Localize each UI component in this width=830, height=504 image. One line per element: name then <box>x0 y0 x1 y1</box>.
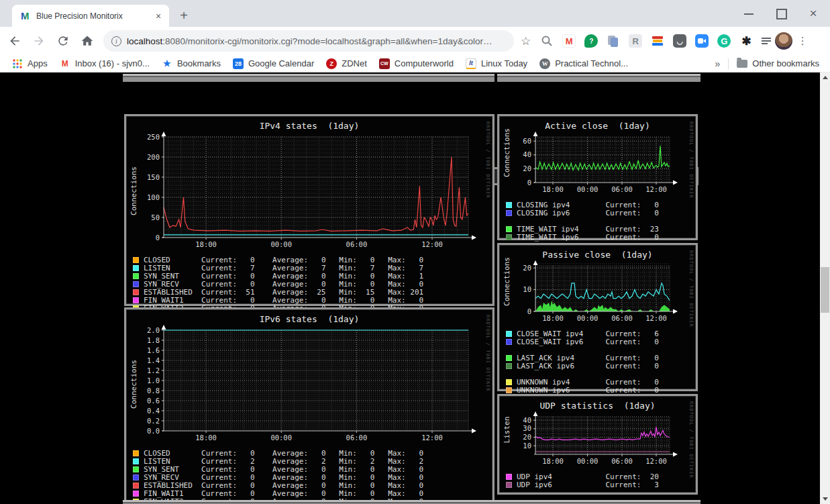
previous-section-panel-edge <box>497 74 701 82</box>
star-icon: ★ <box>162 58 172 69</box>
legend-row: CLOSE_WAIT ipv4 Current: 6 <box>506 330 696 338</box>
y-axis-label: Connections <box>503 232 511 332</box>
legend-row: SYN_RECV Current: 0 Average: 0 Min: 0 Ma… <box>133 473 492 481</box>
zoom-ext-icon[interactable] <box>695 34 709 48</box>
scrollbar-thumb[interactable] <box>821 267 829 313</box>
legend-swatch <box>133 474 139 481</box>
passive-close-legend: CLOSE_WAIT ipv4 Current: 6 CLOSE_WAIT ip… <box>506 330 696 394</box>
browser-menu-icon[interactable]: ⋮ <box>796 35 809 47</box>
profile-avatar[interactable] <box>775 32 792 50</box>
grammarly-ext-icon[interactable]: G <box>717 34 731 48</box>
ipv4-states-chart: 05010015020025018:0000:0006:0012:00 <box>134 132 492 252</box>
svg-text:18:00: 18:00 <box>195 240 217 248</box>
svg-text:06:00: 06:00 <box>611 457 633 465</box>
tab-title: Blue Precision Monitorix <box>36 11 153 21</box>
legend-row: CLOSED Current: 0 Average: 0 Min: 0 Max:… <box>133 449 492 457</box>
chart-title: IPv6 states (1day) <box>126 314 492 324</box>
url-bar[interactable]: i localhost:8080/monitorix-cgi/monitorix… <box>103 30 514 52</box>
voice-ext-icon[interactable]: ? <box>584 34 598 48</box>
pocket-ext-icon[interactable]: ◡ <box>673 34 686 48</box>
r-ext-icon[interactable]: R <box>629 34 642 48</box>
svg-text:1.8: 1.8 <box>147 336 160 344</box>
books-stack-ext-icon[interactable] <box>651 34 664 48</box>
svg-text:0.4: 0.4 <box>147 407 160 415</box>
page-info-icon[interactable]: i <box>111 36 121 46</box>
legend-row: SYN_SENT Current: 0 Average: 0 Min: 0 Ma… <box>133 465 492 473</box>
scroll-down-arrow[interactable] <box>820 494 830 504</box>
legend-row: UNKNOWN ipv6 Current: 0 <box>506 386 696 394</box>
page-viewport: Netstat statistics RRDTOOL / TOBI OETIKE… <box>0 72 820 504</box>
search-ext-icon[interactable] <box>540 34 554 48</box>
svg-text:20: 20 <box>523 264 531 272</box>
legend-swatch <box>133 458 139 464</box>
svg-text:250: 250 <box>147 133 160 141</box>
close-tab-icon[interactable]: × <box>153 11 164 21</box>
svg-text:M: M <box>21 11 30 21</box>
bookmark-google-calendar[interactable]: 28 Google Calendar <box>233 58 314 69</box>
page-scrollbar[interactable] <box>820 72 830 504</box>
chart-title: Passive close (1day) <box>499 250 696 260</box>
apps-grid-icon <box>12 58 23 69</box>
bookmark-label: Computerworld <box>395 58 454 68</box>
svg-text:00:00: 00:00 <box>577 457 599 465</box>
svg-text:06:00: 06:00 <box>346 434 368 442</box>
url-host: localhost <box>127 36 162 46</box>
passive-close-panel: RRDTOOL / TOBI OETIKER Connections Passi… <box>497 243 698 391</box>
bookmark-label: Practical Technol... <box>555 58 628 68</box>
legend-swatch <box>133 281 139 287</box>
legend-row: FIN_WAIT1 Current: 0 Average: 0 Min: 0 M… <box>133 296 492 304</box>
bookmark-inbox[interactable]: M Inbox (16) - sjvn0... <box>60 58 150 69</box>
bookmark-computerworld[interactable]: CW Computerworld <box>379 58 454 69</box>
udp-statistics-panel: RRDTOOL / TOBI OETIKER Listen UDP statis… <box>497 394 698 495</box>
legend-row: SYN_SENT Current: 0 Average: 0 Min: 0 Ma… <box>133 272 492 280</box>
svg-text:40: 40 <box>523 416 531 424</box>
svg-text:0.8: 0.8 <box>147 387 160 395</box>
bookmarks-bar: Apps M Inbox (16) - sjvn0... ★ Bookmarks… <box>0 55 830 72</box>
bookmark-bookmarks[interactable]: ★ Bookmarks <box>162 58 221 69</box>
y-axis-label: Connections <box>129 334 138 435</box>
legend-swatch <box>133 273 139 279</box>
svg-text:30: 30 <box>523 424 531 432</box>
url-path: :8080/monitorix-cgi/monitorix.cgi?mode=l… <box>162 36 492 46</box>
svg-text:12:00: 12:00 <box>645 314 667 322</box>
svg-text:10: 10 <box>523 442 531 450</box>
gmail-icon: M <box>60 58 70 69</box>
monitorix-favicon-icon: M <box>20 11 31 21</box>
other-bookmarks-folder[interactable]: Other bookmarks <box>737 58 819 68</box>
legend-row: TIME_WAIT ipv4 Current: 23 <box>506 225 696 233</box>
home-button[interactable] <box>78 32 97 50</box>
svg-text:0.6: 0.6 <box>147 397 160 405</box>
window-minimize-button[interactable] <box>741 6 756 21</box>
browser-tab[interactable]: M Blue Precision Monitorix × <box>12 5 169 27</box>
reload-button[interactable] <box>54 32 72 50</box>
window-close-button[interactable]: × <box>806 6 821 21</box>
copy-pages-ext-icon[interactable] <box>607 34 620 48</box>
apps-shortcut[interactable]: Apps <box>12 58 48 69</box>
new-tab-button[interactable]: + <box>176 8 192 24</box>
window-maximize-button[interactable] <box>774 6 788 21</box>
bookmark-label: Bookmarks <box>177 58 221 68</box>
scroll-up-arrow[interactable] <box>820 72 830 83</box>
ipv6-states-chart: 0.00.20.40.60.81.01.21.41.61.82.018:0000… <box>134 325 492 445</box>
forward-button[interactable] <box>30 32 48 50</box>
back-button[interactable] <box>5 32 24 50</box>
bookmark-practical-technology[interactable]: W Practical Technol... <box>539 58 628 69</box>
bookmark-star-icon[interactable]: ☆ <box>521 34 531 48</box>
paw-ext-icon[interactable]: ✱ <box>739 34 753 48</box>
legend-row: ESTABLISHED Current: 0 Average: 0 Min: 0… <box>133 481 492 489</box>
svg-text:60: 60 <box>523 137 531 145</box>
legend-label: UNKNOWN ipv6 <box>517 386 605 395</box>
y-axis-label: Connections <box>129 141 138 242</box>
bookmark-zdnet[interactable]: Z ZDNet <box>326 58 367 69</box>
svg-text:00:00: 00:00 <box>577 314 599 322</box>
bookmark-linux-today[interactable]: lt Linux Today <box>466 58 527 69</box>
bookmarks-overflow-chevron[interactable]: » <box>715 58 721 69</box>
rrdtool-watermark: RRDTOOL / TOBI OETIKER <box>485 315 490 392</box>
legend-row: CLOSING ipv6 Current: 0 <box>506 209 696 217</box>
legend-row: ESTABLISHED Current: 51 Average: 25 Min:… <box>133 288 492 296</box>
legend-row: LAST_ACK ipv4 Current: 0 <box>506 354 696 362</box>
playlist-ext-icon[interactable] <box>762 34 775 48</box>
svg-text:20: 20 <box>523 433 531 441</box>
gmail-ext-icon[interactable]: M <box>562 34 576 48</box>
svg-text:0.2: 0.2 <box>147 417 160 425</box>
